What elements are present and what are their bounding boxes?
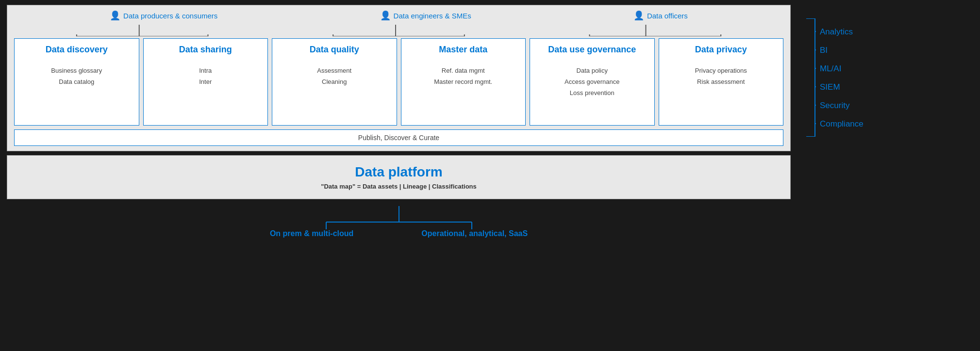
card-title-master: Master data [439, 45, 487, 55]
card-title-privacy: Data privacy [695, 45, 747, 55]
card-items-governance: Data policy Access governance Loss preve… [565, 65, 619, 99]
card-items-master: Ref. data mgmt Master record mgmt. [434, 65, 492, 88]
persona-producers: 👤 Data producers & consumers [110, 10, 217, 21]
person-icon-engineers: 👤 [380, 10, 391, 21]
sidebar-label-mlai: ML/AI [816, 64, 864, 73]
sidebar-bracket-container: Analytics BI ML/AI SIEM Security Complia… [805, 15, 965, 137]
person-icon-officers: 👤 [633, 10, 644, 21]
sidebar-label-security: Security [816, 101, 864, 110]
card-items-privacy: Privacy operations Risk assessment [695, 65, 747, 88]
main-content: 👤 Data producers & consumers 👤 Data engi… [0, 0, 796, 351]
governance-section: 👤 Data producers & consumers 👤 Data engi… [7, 5, 791, 151]
sources-items: On prem & multi-cloud Operational, analy… [270, 229, 528, 238]
connector-lines [14, 25, 783, 36]
source-connector-vertical [399, 206, 399, 215]
bracket-svg [805, 18, 816, 137]
card-data-sharing: Data sharing Intra Inter [143, 38, 268, 126]
card-data-discovery: Data discovery Business glossary Data ca… [14, 38, 139, 126]
publish-bar: Publish, Discover & Curate [14, 129, 783, 146]
card-items-sharing: Intra Inter [199, 65, 212, 88]
persona-label-engineers: Data engineers & SMEs [394, 12, 471, 20]
persona-label-officers: Data officers [647, 12, 688, 20]
platform-subtitle: "Data map" = Data assets | Lineage | Cla… [14, 183, 783, 190]
person-icon-producers: 👤 [110, 10, 120, 21]
card-data-quality: Data quality Assessment Cleaning [272, 38, 397, 126]
sources-section: On prem & multi-cloud Operational, analy… [7, 203, 791, 240]
cards-row: Data discovery Business glossary Data ca… [14, 38, 783, 126]
source-bracket-svg [278, 215, 520, 229]
card-title-quality: Data quality [310, 45, 359, 55]
card-master-data: Master data Ref. data mgmt Master record… [401, 38, 526, 126]
persona-engineers: 👤 Data engineers & SMEs [380, 10, 471, 21]
right-sidebar: Analytics BI ML/AI SIEM Security Complia… [796, 0, 980, 351]
card-title-sharing: Data sharing [179, 45, 232, 55]
sidebar-label-analytics: Analytics [816, 28, 864, 36]
source-operational: Operational, analytical, SaaS [421, 229, 528, 238]
sidebar-label-compliance: Compliance [816, 120, 864, 128]
persona-row: 👤 Data producers & consumers 👤 Data engi… [14, 10, 783, 21]
persona-label-producers: Data producers & consumers [123, 12, 217, 20]
card-items-quality: Assessment Cleaning [317, 65, 351, 88]
card-data-use-governance: Data use governance Data policy Access g… [530, 38, 655, 126]
platform-title: Data platform [14, 164, 783, 180]
card-data-privacy: Data privacy Privacy operations Risk ass… [659, 38, 784, 126]
card-items-discovery: Business glossary Data catalog [51, 65, 102, 88]
persona-officers: 👤 Data officers [633, 10, 688, 21]
source-on-prem: On prem & multi-cloud [270, 229, 353, 238]
platform-section: Data platform "Data map" = Data assets |… [7, 155, 791, 199]
card-title-governance: Data use governance [548, 45, 636, 55]
sidebar-label-bi: BI [816, 46, 864, 54]
sidebar-label-siem: SIEM [816, 83, 864, 91]
card-title-discovery: Data discovery [46, 45, 108, 55]
